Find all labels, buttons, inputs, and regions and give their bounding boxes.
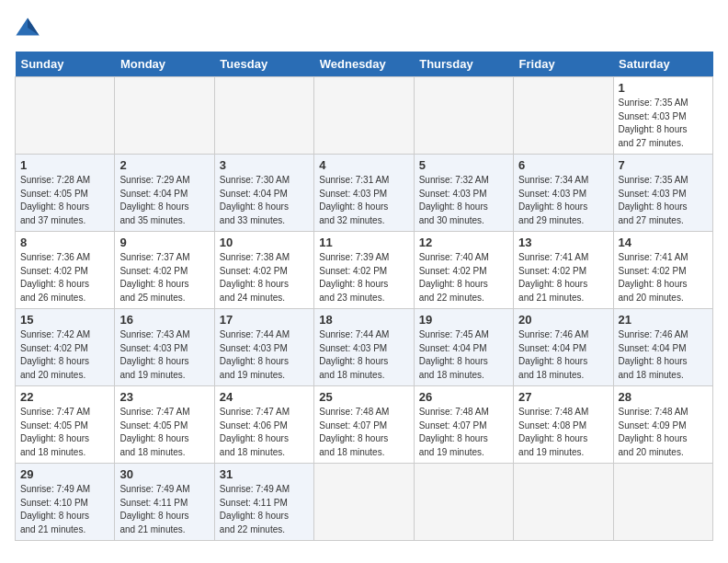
day-cell: 23Sunrise: 7:47 AM Sunset: 4:05 PM Dayli… xyxy=(115,386,214,464)
week-row-6: 29Sunrise: 7:49 AM Sunset: 4:10 PM Dayli… xyxy=(16,464,713,541)
day-info: Sunrise: 7:34 AM Sunset: 4:03 PM Dayligh… xyxy=(518,174,608,227)
day-cell: 26Sunrise: 7:48 AM Sunset: 4:07 PM Dayli… xyxy=(414,386,513,464)
day-info: Sunrise: 7:45 AM Sunset: 4:04 PM Dayligh… xyxy=(419,328,508,382)
day-number: 15 xyxy=(20,313,109,327)
day-number: 24 xyxy=(220,390,309,404)
day-number: 6 xyxy=(518,158,608,172)
day-cell: 18Sunrise: 7:44 AM Sunset: 4:03 PM Dayli… xyxy=(314,309,414,386)
day-cell: 13Sunrise: 7:41 AM Sunset: 4:02 PM Dayli… xyxy=(514,232,613,309)
col-header-sunday: Sunday xyxy=(16,52,115,77)
col-header-friday: Friday xyxy=(514,52,613,77)
day-number: 4 xyxy=(319,158,408,172)
day-info: Sunrise: 7:29 AM Sunset: 4:04 PM Dayligh… xyxy=(119,174,209,227)
day-cell: 28Sunrise: 7:48 AM Sunset: 4:09 PM Dayli… xyxy=(613,386,712,464)
header-row: SundayMondayTuesdayWednesdayThursdayFrid… xyxy=(16,52,713,77)
day-info: Sunrise: 7:35 AM Sunset: 4:03 PM Dayligh… xyxy=(619,174,708,227)
day-number: 26 xyxy=(419,390,508,404)
day-info: Sunrise: 7:46 AM Sunset: 4:04 PM Dayligh… xyxy=(619,328,708,382)
day-info: Sunrise: 7:46 AM Sunset: 4:04 PM Dayligh… xyxy=(518,328,608,382)
day-number: 28 xyxy=(619,390,708,404)
day-info: Sunrise: 7:40 AM Sunset: 4:02 PM Dayligh… xyxy=(419,251,508,304)
day-number: 22 xyxy=(20,390,109,404)
day-cell: 12Sunrise: 7:40 AM Sunset: 4:02 PM Dayli… xyxy=(414,232,513,309)
day-info: Sunrise: 7:32 AM Sunset: 4:03 PM Dayligh… xyxy=(419,174,508,227)
day-number: 9 xyxy=(119,236,209,249)
day-number: 1 xyxy=(20,158,109,172)
day-info: Sunrise: 7:43 AM Sunset: 4:03 PM Dayligh… xyxy=(119,328,209,382)
day-cell xyxy=(414,464,513,541)
day-cell: 11Sunrise: 7:39 AM Sunset: 4:02 PM Dayli… xyxy=(314,232,414,309)
day-cell: 14Sunrise: 7:41 AM Sunset: 4:02 PM Dayli… xyxy=(613,232,712,309)
day-number: 3 xyxy=(220,158,309,172)
day-cell: 27Sunrise: 7:48 AM Sunset: 4:08 PM Dayli… xyxy=(514,386,613,464)
week-row-4: 15Sunrise: 7:42 AM Sunset: 4:02 PM Dayli… xyxy=(16,309,713,386)
day-info: Sunrise: 7:28 AM Sunset: 4:05 PM Dayligh… xyxy=(20,174,109,227)
day-number: 16 xyxy=(119,313,209,327)
day-cell: 2Sunrise: 7:29 AM Sunset: 4:04 PM Daylig… xyxy=(115,155,214,232)
day-number: 1 xyxy=(619,81,708,95)
day-cell: 31Sunrise: 7:49 AM Sunset: 4:11 PM Dayli… xyxy=(214,464,313,541)
day-cell xyxy=(115,77,214,155)
col-header-monday: Monday xyxy=(115,52,214,77)
day-number: 25 xyxy=(319,390,408,404)
day-cell: 4Sunrise: 7:31 AM Sunset: 4:03 PM Daylig… xyxy=(314,155,414,232)
day-info: Sunrise: 7:44 AM Sunset: 4:03 PM Dayligh… xyxy=(319,328,408,382)
day-info: Sunrise: 7:47 AM Sunset: 4:05 PM Dayligh… xyxy=(119,406,209,459)
day-number: 19 xyxy=(419,313,508,327)
day-info: Sunrise: 7:39 AM Sunset: 4:02 PM Dayligh… xyxy=(319,251,408,304)
day-info: Sunrise: 7:47 AM Sunset: 4:05 PM Dayligh… xyxy=(20,406,109,459)
logo xyxy=(15,15,44,40)
week-row-2: 1Sunrise: 7:28 AM Sunset: 4:05 PM Daylig… xyxy=(16,155,713,232)
day-cell: 22Sunrise: 7:47 AM Sunset: 4:05 PM Dayli… xyxy=(16,386,115,464)
day-cell: 24Sunrise: 7:47 AM Sunset: 4:06 PM Dayli… xyxy=(214,386,313,464)
day-cell: 1Sunrise: 7:35 AM Sunset: 4:03 PM Daylig… xyxy=(613,77,712,155)
col-header-saturday: Saturday xyxy=(613,52,712,77)
day-number: 23 xyxy=(119,390,209,404)
day-info: Sunrise: 7:41 AM Sunset: 4:02 PM Dayligh… xyxy=(518,251,608,304)
day-number: 7 xyxy=(619,158,708,172)
day-cell xyxy=(16,77,115,155)
day-cell: 17Sunrise: 7:44 AM Sunset: 4:03 PM Dayli… xyxy=(214,309,313,386)
day-number: 10 xyxy=(220,236,309,249)
day-cell xyxy=(414,77,513,155)
day-info: Sunrise: 7:30 AM Sunset: 4:04 PM Dayligh… xyxy=(220,174,309,227)
day-cell: 8Sunrise: 7:36 AM Sunset: 4:02 PM Daylig… xyxy=(16,232,115,309)
day-info: Sunrise: 7:37 AM Sunset: 4:02 PM Dayligh… xyxy=(119,251,209,304)
day-cell: 9Sunrise: 7:37 AM Sunset: 4:02 PM Daylig… xyxy=(115,232,214,309)
day-number: 2 xyxy=(119,158,209,172)
day-number: 21 xyxy=(619,313,708,327)
col-header-thursday: Thursday xyxy=(414,52,513,77)
day-info: Sunrise: 7:36 AM Sunset: 4:02 PM Dayligh… xyxy=(20,251,109,304)
day-number: 8 xyxy=(20,236,109,249)
day-cell: 16Sunrise: 7:43 AM Sunset: 4:03 PM Dayli… xyxy=(115,309,214,386)
day-number: 12 xyxy=(419,236,508,249)
logo-icon xyxy=(15,15,40,40)
day-cell xyxy=(214,77,313,155)
day-cell: 21Sunrise: 7:46 AM Sunset: 4:04 PM Dayli… xyxy=(613,309,712,386)
day-number: 29 xyxy=(20,467,109,481)
day-cell: 6Sunrise: 7:34 AM Sunset: 4:03 PM Daylig… xyxy=(514,155,613,232)
day-info: Sunrise: 7:48 AM Sunset: 4:07 PM Dayligh… xyxy=(419,406,508,459)
day-number: 20 xyxy=(518,313,608,327)
day-info: Sunrise: 7:49 AM Sunset: 4:10 PM Dayligh… xyxy=(20,483,109,536)
day-cell: 5Sunrise: 7:32 AM Sunset: 4:03 PM Daylig… xyxy=(414,155,513,232)
day-number: 30 xyxy=(119,467,209,481)
day-cell xyxy=(514,464,613,541)
day-cell: 29Sunrise: 7:49 AM Sunset: 4:10 PM Dayli… xyxy=(16,464,115,541)
day-info: Sunrise: 7:48 AM Sunset: 4:09 PM Dayligh… xyxy=(619,406,708,459)
day-info: Sunrise: 7:35 AM Sunset: 4:03 PM Dayligh… xyxy=(619,97,708,150)
day-cell: 7Sunrise: 7:35 AM Sunset: 4:03 PM Daylig… xyxy=(613,155,712,232)
week-row-5: 22Sunrise: 7:47 AM Sunset: 4:05 PM Dayli… xyxy=(16,386,713,464)
day-cell: 3Sunrise: 7:30 AM Sunset: 4:04 PM Daylig… xyxy=(214,155,313,232)
day-number: 31 xyxy=(220,467,309,481)
day-cell: 25Sunrise: 7:48 AM Sunset: 4:07 PM Dayli… xyxy=(314,386,414,464)
day-info: Sunrise: 7:48 AM Sunset: 4:07 PM Dayligh… xyxy=(319,406,408,459)
day-cell: 19Sunrise: 7:45 AM Sunset: 4:04 PM Dayli… xyxy=(414,309,513,386)
day-info: Sunrise: 7:41 AM Sunset: 4:02 PM Dayligh… xyxy=(619,251,708,304)
day-cell xyxy=(514,77,613,155)
day-info: Sunrise: 7:42 AM Sunset: 4:02 PM Dayligh… xyxy=(20,328,109,382)
day-number: 27 xyxy=(518,390,608,404)
day-info: Sunrise: 7:49 AM Sunset: 4:11 PM Dayligh… xyxy=(119,483,209,536)
day-info: Sunrise: 7:48 AM Sunset: 4:08 PM Dayligh… xyxy=(518,406,608,459)
col-header-wednesday: Wednesday xyxy=(314,52,414,77)
